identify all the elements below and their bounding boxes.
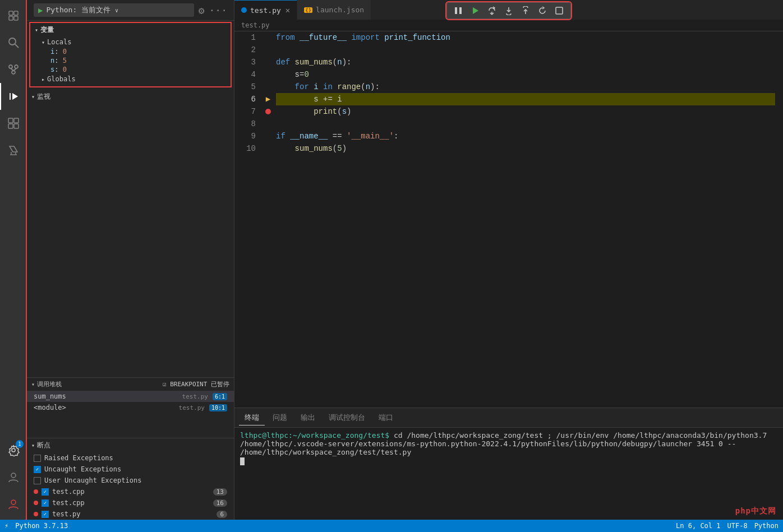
terminal-content[interactable]: lthpc@lthpc:~/workspace_zong/test$ cd /h… xyxy=(234,428,783,520)
code-line-3: def sum_nums(n): xyxy=(276,56,775,68)
bp-user-uncaught[interactable]: User Uncaught Exceptions xyxy=(27,475,234,486)
bp-testcpp13-label: test.cpp xyxy=(52,488,85,496)
activity-search[interactable] xyxy=(0,29,27,56)
bp-user-uncaught-checkbox[interactable] xyxy=(34,477,41,484)
svg-point-4 xyxy=(9,38,16,45)
svg-rect-16 xyxy=(14,124,19,128)
debug-settings-icon[interactable]: ⚙ xyxy=(199,4,205,16)
bp-testcpp13-count: 13 xyxy=(213,488,227,496)
callstack-line-0: 6:1 xyxy=(213,393,227,400)
gutter-7-bp xyxy=(262,105,274,118)
callstack-row-0[interactable]: sum_nums test.py 6:1 xyxy=(27,391,234,402)
code-line-1: from __future__ import print_function xyxy=(276,31,775,44)
bp-testcpp16-checkbox[interactable] xyxy=(42,499,49,507)
breakpoints-header[interactable]: ▾ 断点 xyxy=(27,438,234,452)
locals-chevron: ▾ xyxy=(42,39,45,45)
watch-header[interactable]: ▾ 监视 xyxy=(27,90,234,104)
debug-step-out-button[interactable] xyxy=(518,4,533,17)
activity-account[interactable] xyxy=(0,464,27,491)
activity-account2[interactable] xyxy=(0,491,27,517)
activity-settings[interactable]: 1 xyxy=(0,437,27,464)
tab-testpy-label: test.py xyxy=(250,6,281,15)
bp-testcpp13-checkbox[interactable] xyxy=(42,488,49,496)
bp-raised-checkbox[interactable] xyxy=(34,455,41,462)
panel-tab-debug-console[interactable]: 调试控制台 xyxy=(323,410,371,425)
debug-more-icon[interactable]: ··· xyxy=(209,4,227,16)
tab-test-py[interactable]: test.py ✕ xyxy=(234,0,297,20)
debug-restart-button[interactable] xyxy=(535,4,550,17)
debug-continue-button[interactable] xyxy=(467,4,483,17)
bp-testpy-checkbox[interactable] xyxy=(42,511,49,518)
watch-empty-area xyxy=(27,104,234,160)
var-s: s: 0 xyxy=(37,65,231,74)
activity-test[interactable] xyxy=(0,137,27,164)
tab-launch-json[interactable]: {} launch.json xyxy=(297,0,371,20)
ln-1: 1 xyxy=(234,31,256,44)
debug-config-label: Python: 当前文件 xyxy=(46,5,110,15)
svg-rect-13 xyxy=(8,118,13,123)
breadcrumb: test.py xyxy=(234,20,783,31)
bp-testcpp-16[interactable]: test.cpp 16 xyxy=(27,497,234,508)
svg-rect-23 xyxy=(455,7,457,14)
bp-chevron: ▾ xyxy=(31,442,35,448)
panel-tab-ports[interactable]: 端口 xyxy=(373,410,399,425)
tab-launchjson-icon: {} xyxy=(304,7,312,13)
code-line-7: print(s) xyxy=(276,105,775,118)
var-i: i: 0 xyxy=(37,47,231,56)
bp-testpy-label: test.py xyxy=(52,510,81,518)
svg-rect-14 xyxy=(14,118,19,123)
scrollbar[interactable] xyxy=(775,31,783,408)
gutter-1 xyxy=(262,31,274,44)
bp-uncaught-checkbox[interactable] xyxy=(34,466,41,473)
debug-step-over-button[interactable] xyxy=(484,4,500,17)
callstack-file-0: test.py xyxy=(182,393,208,400)
panel-tab-output[interactable]: 输出 xyxy=(295,410,321,425)
svg-point-8 xyxy=(12,71,15,74)
activity-explorer[interactable] xyxy=(0,2,27,29)
globals-chevron: ▸ xyxy=(42,76,45,82)
callstack-header[interactable]: ▾ 调用堆栈 ☑ BREAKPOINT 已暂停 xyxy=(27,378,234,391)
ln-7: 7 xyxy=(234,105,256,118)
panel-tab-problems[interactable]: 问题 xyxy=(267,410,293,425)
tab-launchjson-label: launch.json xyxy=(316,6,364,14)
bp-testcpp16-label: test.cpp xyxy=(52,499,85,507)
breakpoints-section: ▾ 断点 Raised Exceptions Uncaught Exceptio… xyxy=(27,438,234,520)
locals-header[interactable]: ▾ Locals xyxy=(37,37,231,47)
variables-header[interactable]: ▾ 变量 xyxy=(30,23,231,37)
debug-config-chevron: ∨ xyxy=(115,7,118,13)
svg-marker-11 xyxy=(12,93,18,100)
debug-config-selector[interactable]: ▶ Python: 当前文件 ∨ xyxy=(34,3,194,17)
debug-step-into-button[interactable] xyxy=(501,4,517,17)
bp-uncaught-label: Uncaught Exceptions xyxy=(44,465,121,473)
panel-tab-terminal[interactable]: 终端 xyxy=(239,410,265,425)
ln-9: 9 xyxy=(234,130,256,142)
bp-testpy[interactable]: test.py 6 xyxy=(27,508,234,520)
activity-debug[interactable] xyxy=(0,83,27,110)
watch-chevron: ▾ xyxy=(31,94,35,100)
editor-wrapper: test.py 1 2 3 4 5 6 7 8 9 10 xyxy=(234,20,783,520)
svg-rect-15 xyxy=(8,124,13,128)
svg-line-10 xyxy=(13,68,16,71)
svg-rect-0 xyxy=(9,11,13,15)
bp-uncaught-exceptions[interactable]: Uncaught Exceptions xyxy=(27,464,234,475)
locals-group: ▾ Locals i: 0 n: 5 s: 0 ▸ Globals xyxy=(30,37,231,84)
breakpoint-indicator: ☑ BREAKPOINT 已暂停 xyxy=(163,380,229,388)
svg-rect-31 xyxy=(556,7,563,14)
debug-pause-button[interactable] xyxy=(450,4,466,17)
activity-source-control[interactable] xyxy=(0,56,27,83)
callstack-row-1[interactable]: <module> test.py 10:1 xyxy=(27,402,234,413)
callstack-label: 调用堆栈 xyxy=(37,380,62,388)
code-lines[interactable]: from __future__ import print_function de… xyxy=(274,31,775,408)
bp-testcpp16-count: 16 xyxy=(213,499,227,507)
debug-stop-button[interactable] xyxy=(551,4,567,17)
bp-testcpp-13[interactable]: test.cpp 13 xyxy=(27,486,234,497)
settings-badge: 1 xyxy=(16,440,24,448)
terminal-panel: 终端 问题 输出 调试控制台 端口 lthpc@lthpc:~/workspac… xyxy=(234,408,783,520)
watch-label: 监视 xyxy=(37,92,50,101)
activity-extensions[interactable] xyxy=(0,110,27,137)
bp-raised-exceptions[interactable]: Raised Exceptions xyxy=(27,452,234,464)
tab-testpy-close[interactable]: ✕ xyxy=(285,6,290,15)
terminal-prompt: lthpc@lthpc:~/workspace_zong/test$ xyxy=(240,431,389,440)
globals-header[interactable]: ▸ Globals xyxy=(37,74,231,84)
bp-dot-1 xyxy=(34,501,38,505)
